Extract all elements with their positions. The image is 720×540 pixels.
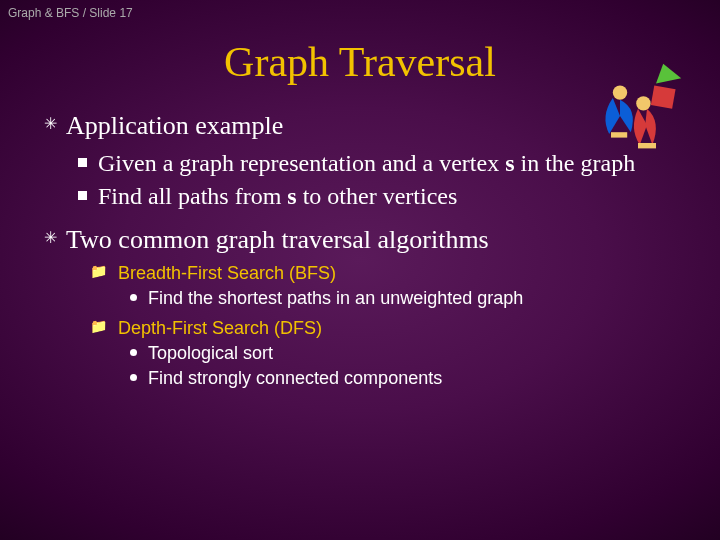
bullet-bfs-shortest: Find the shortest paths in an unweighted… xyxy=(128,287,690,310)
bullet-given-graph: Given a graph representation and a verte… xyxy=(74,148,690,179)
svg-point-2 xyxy=(613,85,627,99)
slide-header: Graph & BFS / Slide 17 xyxy=(0,0,720,20)
var-s: s xyxy=(287,183,296,209)
content-area: Application example Given a graph repres… xyxy=(0,110,720,391)
text: Topological sort xyxy=(148,343,273,363)
slide: Graph & BFS / Slide 17 Graph Traversal A… xyxy=(0,0,720,540)
bullet-dfs-scc: Find strongly connected components xyxy=(128,367,690,390)
text: Find the shortest paths in an unweighted… xyxy=(148,288,523,308)
var-s: s xyxy=(505,150,514,176)
text: Find strongly connected components xyxy=(148,368,442,388)
bullet-application-example: Application example xyxy=(44,110,690,142)
text: in the graph xyxy=(515,150,636,176)
bullet-dfs: Depth-First Search (DFS) xyxy=(90,317,690,340)
text: Breadth-First Search (BFS) xyxy=(118,263,336,283)
svg-point-4 xyxy=(636,96,650,110)
text: Given a graph representation and a verte… xyxy=(98,150,505,176)
text: Find all paths from xyxy=(98,183,287,209)
slide-title: Graph Traversal xyxy=(0,38,720,86)
bullet-find-paths: Find all paths from s to other vertices xyxy=(74,181,690,212)
bullet-two-algorithms: Two common graph traversal algorithms xyxy=(44,224,690,256)
bullet-bfs: Breadth-First Search (BFS) xyxy=(90,262,690,285)
text: Application example xyxy=(66,111,283,140)
text: to other vertices xyxy=(297,183,458,209)
text: Depth-First Search (DFS) xyxy=(118,318,322,338)
bullet-dfs-topo: Topological sort xyxy=(128,342,690,365)
svg-rect-1 xyxy=(651,85,676,108)
text: Two common graph traversal algorithms xyxy=(66,225,489,254)
